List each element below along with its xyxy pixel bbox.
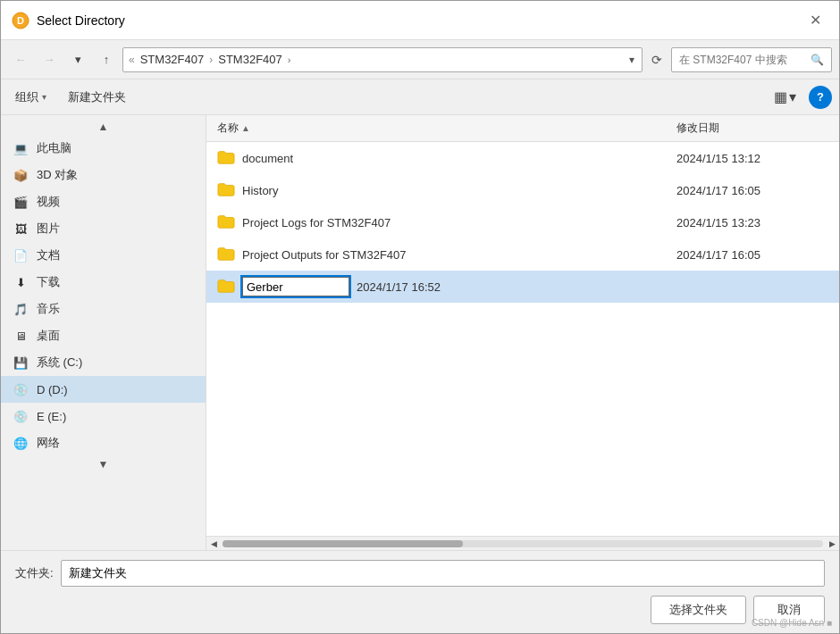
new-folder-button[interactable]: 新建文件夹 (61, 86, 133, 109)
address-input[interactable]: « document STM32F407 › STM32F407 › ▾ (122, 47, 643, 72)
sidebar-label-downloads: 下载 (37, 274, 60, 290)
folder-label: 文件夹: (15, 565, 54, 581)
file-date: 2024/1/17 16:52 (357, 280, 508, 294)
sidebar-icon-drive-d: 💿 (12, 380, 29, 398)
file-date: 2024/1/15 13:23 (676, 216, 828, 229)
path-segment-1[interactable]: document STM32F407 (137, 51, 208, 68)
main-area: ▲ 💻 此电脑 📦 3D 对象 🎬 视频 🖼 图片 📄 文档 ⬇ 下载 🎵 音乐… (1, 115, 839, 550)
file-list-body: document 2024/1/15 13:12 History 2024/1/… (206, 142, 839, 536)
sidebar-icon-images: 🖼 (12, 220, 29, 238)
sidebar-item-desktop[interactable]: 🖥 桌面 (1, 322, 206, 349)
btn-row: 选择文件夹 取消 (15, 596, 825, 624)
sidebar-item-videos[interactable]: 🎬 视频 (1, 188, 206, 215)
file-date: 2024/1/17 16:05 (676, 184, 828, 197)
dialog-window: D Select Directory ✕ ← → ▾ ↑ « document … (0, 0, 840, 634)
window-title: Select Directory (37, 13, 802, 28)
file-list-header: 名称 ▲ 修改日期 (206, 115, 839, 142)
search-icon: 🔍 (811, 54, 824, 66)
hscroll-right-btn[interactable]: ▶ (825, 537, 839, 551)
sidebar-label-drive-d: D (D:) (37, 383, 68, 396)
sidebar-label-videos: 视频 (37, 194, 60, 210)
dropdown-nav-button[interactable]: ▾ (65, 47, 90, 72)
folder-input-row: 文件夹: (15, 560, 825, 587)
hscroll-left-btn[interactable]: ◀ (206, 537, 221, 551)
sidebar-icon-drive-c: 💾 (12, 354, 29, 371)
folder-icon (217, 149, 235, 168)
view-arrow: ▾ (789, 88, 796, 105)
sidebar-item-drive-e[interactable]: 💿 E (E:) (1, 403, 206, 430)
refresh-button[interactable]: ⟳ (646, 49, 668, 71)
folder-icon (217, 246, 235, 264)
svg-text:D: D (17, 15, 24, 26)
hscroll-bar: ◀ ▶ (206, 536, 839, 550)
sidebar-item-music[interactable]: 🎵 音乐 (1, 296, 206, 322)
sidebar-label-documents: 文档 (37, 247, 60, 263)
sidebar-label-drive-c: 系统 (C:) (37, 355, 82, 371)
search-input[interactable] (679, 54, 807, 66)
sidebar-icon-desktop: 🖥 (12, 327, 29, 345)
file-date: 2024/1/17 16:05 (676, 248, 828, 262)
col-header-date[interactable]: 修改日期 (676, 121, 828, 136)
hscroll-track[interactable] (223, 540, 823, 547)
sidebar-label-this-pc: 此电脑 (37, 140, 71, 156)
rename-input[interactable] (242, 277, 349, 296)
sidebar-icon-this-pc: 💻 (12, 139, 29, 157)
help-button[interactable]: ? (809, 86, 832, 109)
view-button[interactable]: ▦ ▾ (769, 85, 802, 109)
file-row[interactable]: Project Outputs for STM32F407 2024/1/17 … (206, 238, 839, 271)
folder-icon (217, 213, 235, 232)
select-folder-button[interactable]: 选择文件夹 (651, 596, 746, 624)
sidebar-scroll-down[interactable]: ▼ (1, 456, 206, 472)
sidebar-label-3d-objects: 3D 对象 (37, 167, 78, 183)
sidebar-item-drive-d[interactable]: 💿 D (D:) (1, 376, 206, 403)
title-bar: D Select Directory ✕ (1, 1, 839, 40)
up-button[interactable]: ↑ (94, 47, 119, 72)
sidebar-icon-3d-objects: 📦 (12, 166, 29, 184)
address-bar: ← → ▾ ↑ « document STM32F407 › STM32F407… (1, 40, 839, 79)
file-row[interactable]: 2024/1/17 16:52 (206, 271, 839, 303)
sidebar-icon-network: 🌐 (12, 434, 29, 452)
path-end-arrow[interactable]: › (288, 54, 291, 65)
sidebar-label-network: 网络 (37, 435, 60, 451)
file-row[interactable]: Project Logs for STM32F407 2024/1/15 13:… (206, 206, 839, 238)
sidebar-label-images: 图片 (37, 221, 60, 237)
watermark: CSDN @Hide Asn ■ (752, 618, 832, 628)
folder-icon (217, 278, 235, 296)
sidebar-icon-downloads: ⬇ (12, 273, 29, 291)
col-header-name[interactable]: 名称 ▲ (217, 121, 676, 136)
sidebar-item-3d-objects[interactable]: 📦 3D 对象 (1, 162, 206, 188)
back-button[interactable]: ← (8, 47, 33, 72)
organize-button[interactable]: 组织 ▾ (8, 86, 54, 109)
folder-input[interactable] (61, 560, 825, 587)
toolbar: 组织 ▾ 新建文件夹 ▦ ▾ ? (1, 79, 839, 115)
sidebar-icon-documents: 📄 (12, 246, 29, 264)
sidebar-icon-drive-e: 💿 (12, 407, 29, 425)
file-name: Project Outputs for STM32F407 (242, 248, 669, 262)
sidebar-scroll-up[interactable]: ▲ (1, 119, 206, 135)
file-row[interactable]: document 2024/1/15 13:12 (206, 142, 839, 174)
sidebar-item-documents[interactable]: 📄 文档 (1, 242, 206, 269)
address-path: « document STM32F407 › STM32F407 › (129, 51, 624, 68)
sidebar-item-images[interactable]: 🖼 图片 (1, 215, 206, 242)
folder-icon (217, 181, 235, 200)
sidebar-item-this-pc[interactable]: 💻 此电脑 (1, 135, 206, 162)
file-area: 名称 ▲ 修改日期 document 2024/1/15 13:12 Histo… (206, 115, 839, 550)
file-date: 2024/1/15 13:12 (676, 152, 828, 165)
sidebar-item-network[interactable]: 🌐 网络 (1, 430, 206, 456)
app-icon: D (12, 12, 29, 29)
view-icon: ▦ (774, 88, 787, 105)
file-name: History (242, 184, 669, 197)
sidebar-item-drive-c[interactable]: 💾 系统 (C:) (1, 349, 206, 376)
path-segment-2[interactable]: STM32F407 (214, 51, 286, 68)
sidebar-item-downloads[interactable]: ⬇ 下载 (1, 269, 206, 296)
address-dropdown-btn[interactable]: ▾ (627, 54, 636, 66)
close-button[interactable]: ✕ (802, 7, 828, 34)
sidebar-icon-videos: 🎬 (12, 193, 29, 211)
hscroll-thumb[interactable] (223, 540, 463, 547)
file-row[interactable]: History 2024/1/17 16:05 (206, 174, 839, 206)
sidebar-label-desktop: 桌面 (37, 328, 60, 344)
organize-label: 组织 (15, 89, 38, 105)
forward-button[interactable]: → (37, 47, 62, 72)
new-folder-label: 新建文件夹 (68, 89, 126, 105)
search-box[interactable]: 🔍 (671, 47, 832, 72)
